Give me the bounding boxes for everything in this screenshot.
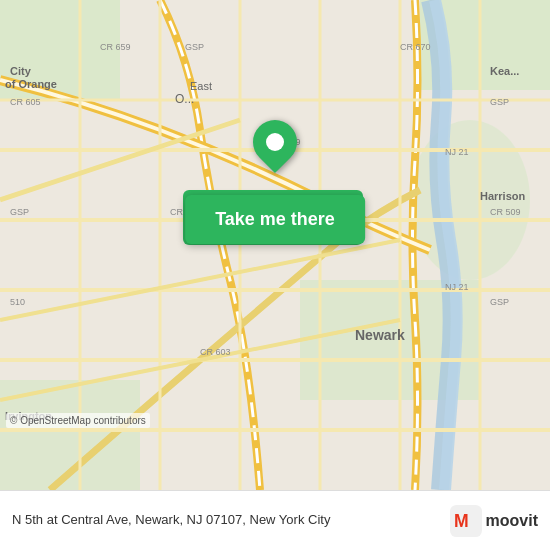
svg-text:M: M <box>454 511 469 531</box>
svg-text:GSP: GSP <box>10 207 29 217</box>
svg-text:GSP: GSP <box>185 42 204 52</box>
svg-text:510: 510 <box>10 297 25 307</box>
svg-text:East: East <box>190 80 212 92</box>
svg-text:NJ 21: NJ 21 <box>445 147 469 157</box>
address-text: N 5th at Central Ave, Newark, NJ 07107, … <box>12 512 440 529</box>
map-container: CR 509 CR 509 CR 508 CR 603 510 GSP GSP … <box>0 0 550 490</box>
svg-text:CR 603: CR 603 <box>200 347 231 357</box>
svg-text:GSP: GSP <box>490 97 509 107</box>
svg-text:CR 509: CR 509 <box>490 207 521 217</box>
svg-text:Newark: Newark <box>355 327 405 343</box>
location-pin <box>253 120 297 164</box>
svg-text:of Orange: of Orange <box>5 78 57 90</box>
svg-text:Kea...: Kea... <box>490 65 519 77</box>
take-me-there-button[interactable]: Take me there <box>185 195 365 244</box>
svg-text:GSP: GSP <box>490 297 509 307</box>
svg-text:City: City <box>10 65 32 77</box>
svg-text:O...: O... <box>175 92 194 106</box>
svg-text:CR 670: CR 670 <box>400 42 431 52</box>
moovit-logo-icon: M <box>450 505 482 537</box>
svg-text:CR 605: CR 605 <box>10 97 41 107</box>
bottom-bar: N 5th at Central Ave, Newark, NJ 07107, … <box>0 490 550 550</box>
svg-text:CR 659: CR 659 <box>100 42 131 52</box>
map-attribution: © OpenStreetMap contributors <box>6 413 150 428</box>
moovit-brand-text: moovit <box>486 512 538 530</box>
moovit-logo[interactable]: M moovit <box>450 505 538 537</box>
svg-text:Harrison: Harrison <box>480 190 526 202</box>
svg-text:NJ 21: NJ 21 <box>445 282 469 292</box>
